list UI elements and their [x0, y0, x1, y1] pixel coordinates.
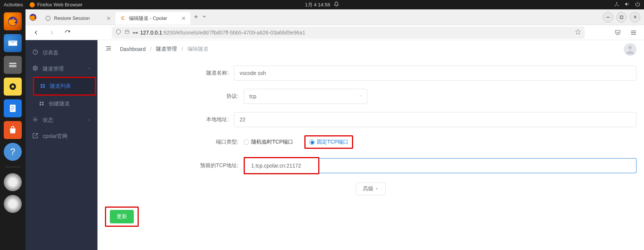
svg-rect-6 — [9, 65, 16, 67]
sidebar-sub-tunnel-create[interactable]: 创建隧道 — [25, 96, 97, 112]
svg-rect-28 — [43, 84, 45, 85]
local-address-input[interactable] — [234, 112, 637, 127]
field-label-name: 隧道名称: — [105, 70, 234, 76]
forward-button[interactable] — [46, 27, 57, 38]
firefox-home-icon[interactable] — [25, 13, 40, 21]
dock-help[interactable]: ? — [4, 143, 22, 161]
field-label-localaddr: 本地地址: — [105, 116, 234, 123]
firefox-window: Restore Session ✕ C 编辑隧道 - Cpolar ✕ + ✕ — [25, 9, 644, 250]
svg-point-8 — [12, 85, 14, 88]
url-bar[interactable]: ⊶ 127.0.0.1:9200/#/tunnels/edit/7fbd07ff… — [112, 27, 585, 39]
tab-close-icon[interactable]: ✕ — [106, 15, 111, 21]
tab-label: 编辑隧道 - Cpolar — [129, 15, 167, 22]
window-minimize-button[interactable] — [603, 12, 613, 22]
sidebar-label: cpolar官网 — [43, 133, 67, 140]
app-menu-icon[interactable] — [628, 27, 639, 38]
svg-point-39 — [628, 46, 632, 49]
sidebar-item-status[interactable]: 状态 — [25, 112, 97, 128]
advanced-label: 高级 — [363, 186, 373, 192]
tab-close-icon[interactable]: ✕ — [181, 15, 186, 21]
reserved-tcp-input-highlighted-segment[interactable] — [246, 159, 317, 172]
notification-icon[interactable] — [334, 1, 339, 8]
sidebar-toggle-icon[interactable] — [105, 45, 112, 54]
breadcrumb-sep: / — [181, 46, 183, 52]
dock-thunderbird[interactable] — [4, 34, 22, 52]
sidebar-label: 状态 — [43, 117, 53, 124]
favicon-cpolar: C — [120, 15, 126, 21]
svg-point-1 — [615, 5, 616, 6]
gnome-top-bar: Activities Firefox Web Browser 1月 4 14:5… — [0, 0, 644, 9]
tab-cpolar-edit[interactable]: C 编辑隧道 - Cpolar ✕ — [115, 12, 190, 25]
reserved-tcp-input-extension[interactable] — [318, 158, 637, 173]
app-sidebar: 仪表盘 隧道管理 隧道列表 — [25, 40, 97, 250]
shield-icon[interactable] — [115, 29, 121, 36]
info-icon — [45, 15, 51, 21]
window-close-button[interactable]: ✕ — [630, 12, 640, 22]
network-icon[interactable] — [614, 1, 619, 8]
sidebar-sub-tunnel-list[interactable]: 隧道列表 — [34, 78, 95, 94]
tab-label: Restore Session — [54, 15, 90, 21]
advanced-toggle-button[interactable]: 高级 — [356, 183, 386, 195]
page-header: Dashboard / 隧道管理 / 编辑隧道 — [97, 40, 644, 58]
protocol-select[interactable] — [244, 89, 367, 104]
main-panel: Dashboard / 隧道管理 / 编辑隧道 隧道名称: 协议: — [97, 40, 644, 250]
firefox-indicator-icon — [30, 2, 35, 7]
radio-label: 固定TCP端口 — [317, 139, 348, 145]
svg-rect-18 — [620, 16, 623, 18]
dock-ubuntu-software[interactable] — [4, 121, 22, 139]
activities-button[interactable]: Activities — [4, 2, 23, 7]
svg-point-26 — [34, 67, 36, 69]
pocket-icon[interactable] — [613, 27, 623, 38]
user-avatar[interactable] — [624, 43, 637, 56]
sidebar-sub-label: 隧道列表 — [50, 83, 71, 90]
dock-libreoffice-writer[interactable] — [4, 99, 22, 117]
tabs-dropdown-icon[interactable] — [202, 14, 207, 20]
update-button[interactable]: 更新 — [110, 210, 134, 223]
sidebar-item-dashboard[interactable]: 仪表盘 — [25, 45, 97, 61]
radio-fixed-port[interactable]: 固定TCP端口 — [309, 139, 348, 145]
caret-down-icon — [375, 187, 379, 191]
volume-icon[interactable] — [625, 1, 630, 8]
clock-label[interactable]: 1月 4 14:58 — [305, 1, 330, 8]
svg-rect-34 — [42, 104, 43, 105]
status-icon — [32, 117, 38, 124]
back-button[interactable] — [31, 27, 41, 38]
svg-point-35 — [34, 119, 36, 120]
svg-point-2 — [618, 5, 619, 6]
dock-media-2[interactable] — [4, 195, 22, 213]
dock-media-1[interactable] — [4, 173, 22, 191]
active-app-label: Firefox Web Browser — [37, 2, 82, 7]
svg-rect-27 — [41, 84, 42, 85]
tab-bar: Restore Session ✕ C 编辑隧道 - Cpolar ✕ + ✕ — [25, 9, 644, 25]
power-icon[interactable] — [635, 1, 640, 8]
breadcrumb-tunnels[interactable]: 隧道管理 — [156, 46, 177, 52]
reload-button[interactable] — [62, 27, 73, 38]
svg-marker-21 — [575, 29, 580, 34]
window-maximize-button[interactable] — [616, 12, 627, 22]
grid-icon — [39, 101, 44, 107]
dock-files[interactable] — [4, 56, 22, 74]
list-icon — [40, 83, 45, 90]
external-link-icon — [32, 133, 38, 140]
dock-rhythmbox[interactable] — [4, 78, 22, 96]
url-host: 127.0.0.1 — [140, 30, 162, 36]
radio-label: 随机临时TCP端口 — [251, 139, 293, 145]
svg-rect-31 — [40, 102, 41, 103]
bookmark-star-icon[interactable] — [575, 29, 581, 36]
tab-restore-session[interactable]: Restore Session ✕ — [40, 12, 115, 25]
url-path: :9200/#/tunnels/edit/7fbd07ff-5bb5-4709-… — [162, 30, 305, 36]
sidebar-item-cpolar-site[interactable]: cpolar官网 — [25, 128, 97, 144]
site-info-icon[interactable] — [124, 29, 130, 36]
tunnel-name-input[interactable] — [234, 66, 637, 81]
svg-marker-40 — [376, 189, 378, 190]
permissions-icon[interactable]: ⊶ — [133, 30, 137, 36]
dock-separator — [5, 167, 20, 167]
new-tab-button[interactable]: + — [190, 12, 202, 23]
radio-icon — [309, 139, 315, 145]
settings-icon — [32, 65, 38, 72]
sidebar-item-tunnels[interactable]: 隧道管理 — [25, 61, 97, 77]
gauge-icon — [32, 49, 38, 56]
breadcrumb-dashboard[interactable]: Dashboard — [120, 46, 146, 52]
radio-random-port[interactable]: 随机临时TCP端口 — [244, 139, 293, 145]
dock-firefox[interactable] — [4, 12, 22, 30]
